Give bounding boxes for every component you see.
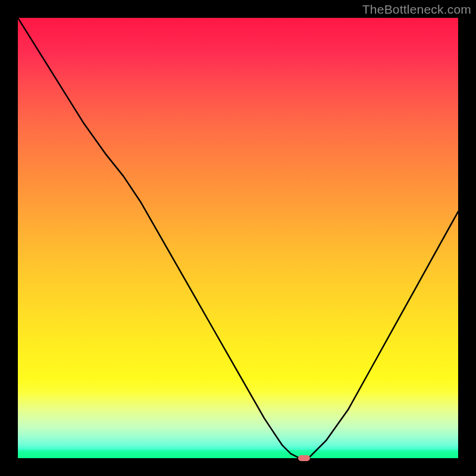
optimal-marker — [298, 455, 310, 461]
bottleneck-curve — [18, 18, 458, 458]
watermark-text: TheBottleneck.com — [362, 2, 471, 17]
curve-layer — [18, 18, 458, 458]
chart-container: TheBottleneck.com — [0, 0, 476, 476]
plot-area — [18, 18, 458, 458]
